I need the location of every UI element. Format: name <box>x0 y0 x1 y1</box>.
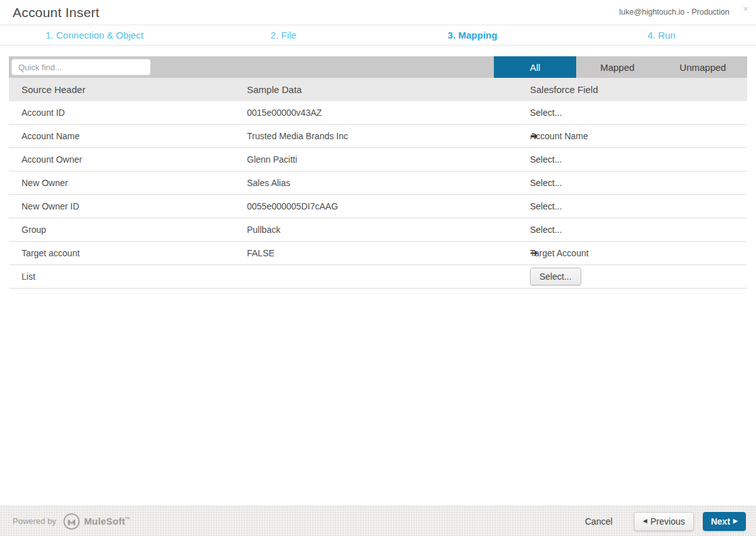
mapped-field-name[interactable]: Account Name <box>530 131 588 141</box>
salesforce-field-cell: Select... <box>500 225 747 235</box>
sample-data-cell: FALSE <box>247 248 500 258</box>
step-1[interactable]: 1. Connection & Object <box>0 25 189 45</box>
mulesoft-logo-icon <box>63 513 80 530</box>
sample-data-cell: 0055e000005DI7cAAG <box>247 201 500 211</box>
salesforce-field-cell: Select... <box>500 268 747 285</box>
connected-account-label: luke@hightouch.io - Production <box>619 8 729 16</box>
salesforce-field-cell: Select... <box>500 178 747 188</box>
dialog-footer: Powered by MuleSoft™ Cancel ◀Previous Ne… <box>0 506 756 536</box>
column-header-source: Source Header <box>9 84 247 95</box>
select-field-link[interactable]: Select... <box>500 108 562 118</box>
account-insert-dialog: Account Insert luke@hightouch.io - Produ… <box>0 0 756 536</box>
salesforce-field-cell: Select... <box>500 201 747 211</box>
source-header-cell: Account Name <box>9 131 247 141</box>
page-title: Account Insert <box>13 5 99 20</box>
source-header-cell: Account Owner <box>9 154 247 165</box>
filter-bar: AllMappedUnmapped <box>9 56 747 78</box>
table-row: Group Pullback Select... <box>9 218 747 242</box>
sample-data-cell: Sales Alias <box>247 178 500 188</box>
tab-unmapped[interactable]: Unmapped <box>658 56 747 78</box>
salesforce-field-cell: ➔Account Name <box>500 130 747 142</box>
source-header-cell: New Owner ID <box>9 201 247 211</box>
salesforce-field-cell: ➔Target Account <box>500 247 747 259</box>
step-4[interactable]: 4. Run <box>567 25 756 45</box>
source-header-cell: Group <box>9 225 247 235</box>
sample-data-cell: Glenn Pacitti <box>247 154 500 165</box>
powered-by-label: Powered by <box>13 516 56 526</box>
table-row: New Owner ID 0055e000005DI7cAAG Select..… <box>9 195 747 218</box>
trademark-symbol: ™ <box>125 516 130 522</box>
salesforce-field-cell: Select... <box>500 154 747 165</box>
source-header-cell: Account ID <box>9 108 247 118</box>
select-field-link[interactable]: Select... <box>500 225 562 235</box>
table-row: Account Name Trusted Media Brands Inc ➔A… <box>9 125 747 148</box>
close-icon[interactable]: × <box>743 4 748 13</box>
table-row: Account Owner Glenn Pacitti Select... <box>9 148 747 171</box>
previous-button[interactable]: ◀Previous <box>634 512 693 531</box>
sample-data-cell: 0015e00000v43AZ <box>247 108 500 118</box>
next-arrow-icon: ▶ <box>733 518 738 524</box>
select-field-button[interactable]: Select... <box>530 268 581 285</box>
dialog-header: Account Insert luke@hightouch.io - Produ… <box>0 0 756 25</box>
table-body: Account ID 0015e00000v43AZ Select... Acc… <box>9 101 747 289</box>
select-field-link[interactable]: Select... <box>500 201 562 211</box>
table-row: List Select... <box>9 265 747 289</box>
footer-actions: Cancel ◀Previous Next▶ <box>585 512 746 531</box>
tab-all[interactable]: All <box>494 56 576 78</box>
cancel-button[interactable]: Cancel <box>585 516 613 527</box>
table-row: Account ID 0015e00000v43AZ Select... <box>9 101 747 125</box>
source-header-cell: Target account <box>9 248 247 258</box>
sample-data-cell: Pullback <box>247 225 500 235</box>
column-header-field: Salesforce Field <box>500 84 747 95</box>
filter-tabs: AllMappedUnmapped <box>494 56 747 78</box>
mapped-arrow-icon: ➔ <box>500 130 530 142</box>
source-header-cell: New Owner <box>9 178 247 188</box>
mapped-arrow-icon: ➔ <box>500 247 530 259</box>
table-row: Target account FALSE ➔Target Account <box>9 242 747 265</box>
step-3[interactable]: 3. Mapping <box>378 25 567 45</box>
next-button[interactable]: Next▶ <box>703 512 746 531</box>
source-header-cell: List <box>9 271 247 282</box>
select-field-link[interactable]: Select... <box>500 178 562 188</box>
mulesoft-brand-label: MuleSoft™ <box>84 516 130 527</box>
sample-data-cell: Trusted Media Brands Inc <box>247 131 500 141</box>
select-field-link[interactable]: Select... <box>500 154 562 165</box>
mapping-content: AllMappedUnmapped Source Header Sample D… <box>9 56 747 289</box>
salesforce-field-cell: Select... <box>500 108 747 118</box>
wizard-steps: 1. Connection & Object2. File3. Mapping4… <box>0 25 756 46</box>
step-2[interactable]: 2. File <box>189 25 379 45</box>
tab-mapped[interactable]: Mapped <box>576 56 658 78</box>
column-header-sample: Sample Data <box>247 84 500 95</box>
table-row: New Owner Sales Alias Select... <box>9 171 747 195</box>
previous-arrow-icon: ◀ <box>643 518 647 524</box>
mapped-field-name[interactable]: Target Account <box>530 248 589 258</box>
quick-find-input[interactable] <box>11 59 151 75</box>
table-header-row: Source Header Sample Data Salesforce Fie… <box>9 78 747 101</box>
